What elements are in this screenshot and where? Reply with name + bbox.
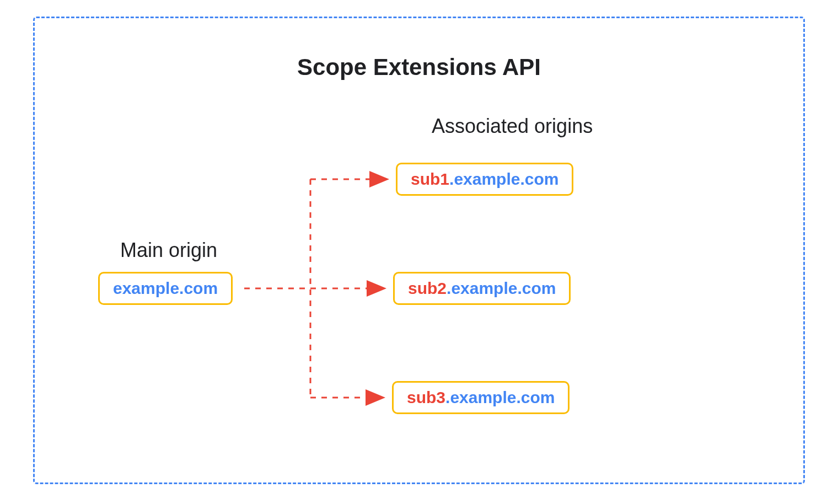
diagram-container: Scope Extensions API Main origin Associa… bbox=[33, 17, 805, 484]
associated-origins-label: Associated origins bbox=[432, 115, 593, 138]
associated-origin-subdomain-3: sub3 bbox=[407, 388, 445, 406]
main-origin-domain: example.com bbox=[113, 279, 218, 297]
associated-origin-domain-2: example.com bbox=[451, 279, 556, 297]
diagram-title: Scope Extensions API bbox=[297, 54, 541, 81]
associated-origin-subdomain-2: sub2 bbox=[408, 279, 447, 297]
main-origin-box: example.com bbox=[98, 272, 233, 305]
associated-origin-box-2: sub2.example.com bbox=[393, 272, 571, 305]
associated-origin-subdomain-1: sub1 bbox=[411, 170, 449, 188]
associated-origin-box-3: sub3.example.com bbox=[392, 381, 570, 414]
main-origin-label: Main origin bbox=[120, 239, 217, 262]
associated-origin-domain-1: example.com bbox=[454, 170, 558, 188]
associated-origin-box-1: sub1.example.com bbox=[396, 163, 573, 196]
associated-origin-domain-3: example.com bbox=[450, 388, 555, 406]
